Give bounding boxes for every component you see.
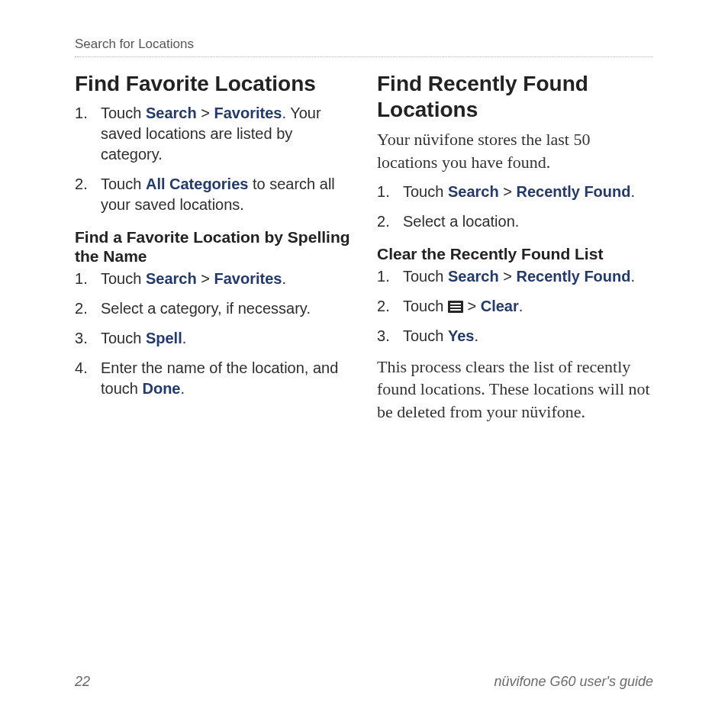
keyword: Search bbox=[146, 270, 197, 287]
step-text: Touch bbox=[403, 298, 448, 314]
step-text: Touch bbox=[403, 268, 448, 285]
keyword: Done bbox=[142, 380, 180, 397]
step-text: Select a category, if necessary. bbox=[101, 300, 311, 317]
step-item: Touch > Clear. bbox=[377, 296, 653, 317]
step-item: Select a category, if necessary. bbox=[75, 298, 351, 319]
step-text: > bbox=[463, 298, 481, 314]
step-item: Touch All Categories to search all your … bbox=[75, 174, 351, 215]
keyword: Recently Found bbox=[516, 183, 630, 200]
keyword: Recently Found bbox=[516, 268, 630, 285]
keyword: Favorites bbox=[214, 270, 282, 287]
step-text: . bbox=[182, 330, 187, 346]
clear-note: This process clears the list of recently… bbox=[377, 356, 653, 424]
keyword: Search bbox=[448, 268, 499, 285]
step-text: . bbox=[282, 270, 286, 287]
step-text: Touch bbox=[101, 176, 146, 192]
step-item: Touch Search > Recently Found. bbox=[377, 182, 653, 202]
step-text: > bbox=[197, 105, 214, 121]
keyword: Yes bbox=[448, 327, 474, 344]
step-item: Touch Search > Favorites. Your saved loc… bbox=[75, 103, 351, 165]
step-text: > bbox=[499, 268, 517, 285]
step-item: Enter the name of the location, and touc… bbox=[75, 358, 351, 399]
keyword: Favorites bbox=[214, 105, 282, 121]
step-text: Touch bbox=[403, 183, 448, 200]
step-text: Touch bbox=[403, 327, 448, 344]
right-column: Find Recently Found Locations Your nüvif… bbox=[377, 71, 653, 424]
keyword: Spell bbox=[146, 330, 182, 346]
step-text: > bbox=[197, 270, 214, 287]
left-column: Find Favorite Locations Touch Search > F… bbox=[75, 71, 351, 424]
step-text: > bbox=[499, 183, 517, 200]
step-text: Touch bbox=[101, 105, 146, 121]
step-item: Touch Spell. bbox=[75, 328, 351, 349]
step-text: Enter the name of the location, and touc… bbox=[101, 359, 338, 397]
step-item: Touch Search > Recently Found. bbox=[377, 266, 653, 287]
steps-recent: Touch Search > Recently Found. Select a … bbox=[377, 182, 653, 232]
guide-title: nüvifone G60 user's guide bbox=[494, 674, 653, 690]
step-text: Touch bbox=[101, 270, 146, 287]
step-text: . bbox=[474, 327, 478, 344]
intro-text: Your nüvifone stores the last 50 locatio… bbox=[377, 128, 653, 173]
step-item: Select a location. bbox=[377, 211, 653, 232]
page-number: 22 bbox=[75, 674, 90, 690]
step-text: . bbox=[519, 298, 523, 314]
section-title-recent: Find Recently Found Locations bbox=[377, 71, 653, 122]
step-text: . bbox=[630, 183, 635, 200]
keyword: Search bbox=[146, 105, 197, 121]
content-columns: Find Favorite Locations Touch Search > F… bbox=[75, 71, 653, 424]
subsection-title-clear: Clear the Recently Found List bbox=[377, 244, 653, 263]
step-text: . bbox=[630, 268, 635, 285]
step-text: . bbox=[180, 380, 185, 397]
keyword: Clear bbox=[481, 298, 519, 314]
section-title-favorites: Find Favorite Locations bbox=[75, 71, 351, 97]
step-item: Touch Search > Favorites. bbox=[75, 269, 351, 289]
step-text: Touch bbox=[101, 330, 146, 346]
steps-spell: Touch Search > Favorites. Select a categ… bbox=[75, 269, 351, 399]
keyword: All Categories bbox=[146, 176, 248, 192]
keyword: Search bbox=[448, 183, 499, 200]
page-footer: 22 nüvifone G60 user's guide bbox=[75, 674, 653, 690]
step-item: Touch Yes. bbox=[377, 326, 653, 346]
step-text: Select a location. bbox=[403, 213, 519, 230]
menu-icon bbox=[448, 301, 463, 313]
steps-favorites: Touch Search > Favorites. Your saved loc… bbox=[75, 103, 351, 215]
subsection-title-spell: Find a Favorite Location by Spelling the… bbox=[75, 227, 351, 266]
breadcrumb: Search for Locations bbox=[75, 37, 653, 57]
steps-clear: Touch Search > Recently Found. Touch > C… bbox=[377, 266, 653, 346]
